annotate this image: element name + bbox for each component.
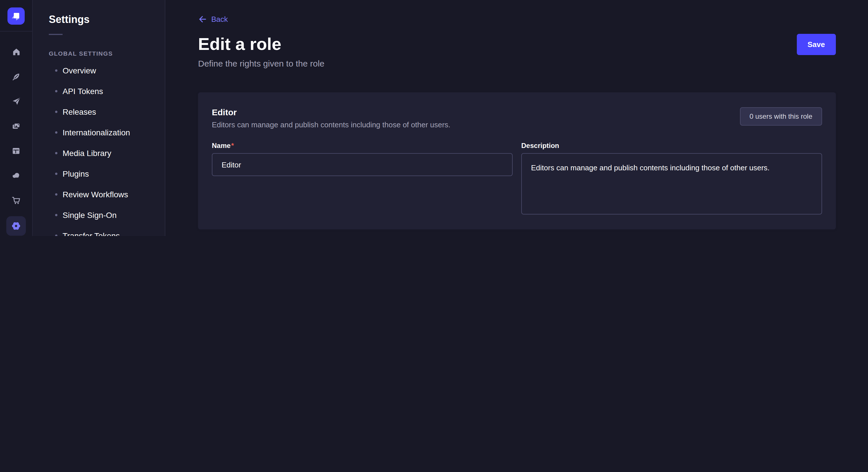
- sidebar-item-label: API Tokens: [63, 87, 103, 96]
- role-description-text: Editors can manage and publish contents …: [212, 121, 451, 129]
- bullet-icon: [55, 90, 57, 92]
- main-nav-rail: KD: [0, 0, 33, 236]
- sidebar-item-internationalization[interactable]: Internationalization: [33, 122, 165, 143]
- app-window: KD Settings GLOBAL SETTINGSOverviewAPI T…: [0, 0, 868, 236]
- sidebar-item-label: Review Workflows: [63, 190, 128, 199]
- role-name-heading: Editor: [212, 107, 451, 117]
- strapi-logo[interactable]: [7, 7, 25, 25]
- rail-nav: [0, 32, 32, 236]
- sidebar-item-transfer-tokens[interactable]: Transfer Tokens: [33, 225, 165, 236]
- bullet-icon: [55, 193, 57, 196]
- content-manager-icon[interactable]: [0, 64, 32, 89]
- sidebar-sections: GLOBAL SETTINGSOverviewAPI TokensRelease…: [33, 50, 165, 236]
- bullet-icon: [55, 214, 57, 216]
- description-label: Description: [521, 142, 822, 150]
- name-field-group: Name*: [212, 142, 513, 217]
- home-icon[interactable]: [0, 40, 32, 64]
- bullet-icon: [55, 235, 57, 236]
- users-with-role-button[interactable]: 0 users with this role: [740, 107, 822, 126]
- releases-icon[interactable]: [0, 89, 32, 113]
- sidebar-item-label: Transfer Tokens: [63, 231, 120, 236]
- bullet-icon: [55, 131, 57, 134]
- page-title: Edit a role: [198, 34, 281, 55]
- settings-sidebar: Settings GLOBAL SETTINGSOverviewAPI Toke…: [33, 0, 165, 236]
- sidebar-item-label: Plugins: [63, 169, 89, 178]
- bullet-icon: [55, 173, 57, 175]
- marketplace-icon[interactable]: [0, 188, 32, 212]
- settings-icon[interactable]: [0, 212, 32, 236]
- strapi-logo-icon: [10, 10, 22, 22]
- name-label: Name*: [212, 142, 513, 150]
- back-label: Back: [211, 15, 228, 24]
- bullet-icon: [55, 111, 57, 113]
- sidebar-item-releases[interactable]: Releases: [33, 102, 165, 122]
- sidebar-item-review-workflows[interactable]: Review Workflows: [33, 184, 165, 205]
- description-textarea[interactable]: Editors can manage and publish contents …: [521, 153, 822, 214]
- settings-active-pill: [6, 216, 26, 236]
- main-content: Back Edit a role Save Define the rights …: [165, 0, 868, 236]
- cloud-icon[interactable]: [0, 163, 32, 188]
- bullet-icon: [55, 69, 57, 72]
- save-button[interactable]: Save: [797, 34, 836, 55]
- sidebar-item-label: Overview: [63, 66, 96, 75]
- sidebar-item-media-library[interactable]: Media Library: [33, 143, 165, 164]
- sidebar-item-label: Single Sign-On: [63, 210, 117, 220]
- sidebar-section-label: GLOBAL SETTINGS: [33, 50, 165, 57]
- bullet-icon: [55, 152, 57, 154]
- back-arrow-icon: [198, 15, 207, 24]
- sidebar-item-overview[interactable]: Overview: [33, 60, 165, 81]
- sidebar-item-label: Releases: [63, 107, 96, 116]
- description-field-group: Description Editors can manage and publi…: [521, 142, 822, 217]
- sidebar-item-api-tokens[interactable]: API Tokens: [33, 81, 165, 102]
- page-subtitle: Define the rights given to the role: [198, 59, 836, 68]
- sidebar-item-label: Media Library: [63, 148, 112, 158]
- role-details-card: Editor Editors can manage and publish co…: [198, 92, 836, 229]
- sidebar-item-label: Internationalization: [63, 128, 130, 137]
- name-input[interactable]: [212, 153, 513, 176]
- required-mark: *: [231, 142, 234, 150]
- back-link[interactable]: Back: [198, 15, 228, 24]
- sidebar-title-rule: [49, 34, 63, 35]
- sidebar-section-global-settings: GLOBAL SETTINGSOverviewAPI TokensRelease…: [33, 50, 165, 236]
- media-library-icon[interactable]: [0, 113, 32, 138]
- sidebar-item-single-sign-on[interactable]: Single Sign-On: [33, 205, 165, 225]
- sidebar-title: Settings: [33, 14, 165, 26]
- content-type-builder-icon[interactable]: [0, 138, 32, 163]
- sidebar-item-plugins[interactable]: Plugins: [33, 164, 165, 184]
